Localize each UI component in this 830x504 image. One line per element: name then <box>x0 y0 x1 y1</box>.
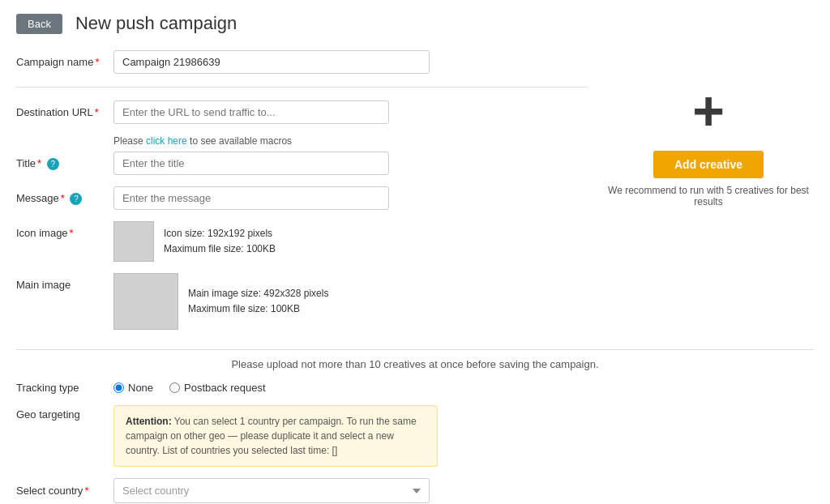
geo-alert-bold: Attention: <box>126 416 172 427</box>
required-star-icon: * <box>70 227 74 239</box>
message-row: Message* ? <box>16 186 587 210</box>
country-row: Select country* Select country <box>16 478 814 503</box>
form-section: Campaign name* Destination URL* Please c… <box>16 50 587 341</box>
destination-url-input[interactable] <box>113 100 389 124</box>
main-image-row: Main image Main image size: 492x328 pixe… <box>16 273 587 330</box>
title-label: Title* ? <box>16 152 113 170</box>
main-image-info: Main image size: 492x328 pixels Maximum … <box>188 286 328 317</box>
destination-url-label: Destination URL* <box>16 100 113 118</box>
creative-hint: We recommend to run with 5 creatives for… <box>603 185 814 207</box>
radio-group-tracking: None Postback request <box>113 382 266 394</box>
title-input[interactable] <box>113 152 389 175</box>
divider-1 <box>16 87 587 88</box>
country-select[interactable]: Select country <box>113 478 430 503</box>
header-row: Back New push campaign <box>16 13 814 34</box>
message-help-icon[interactable]: ? <box>70 193 82 205</box>
campaign-name-row: Campaign name* <box>16 50 587 74</box>
radio-postback-input[interactable] <box>169 382 180 393</box>
icon-image-info: Icon size: 192x192 pixels Maximum file s… <box>164 226 276 257</box>
main-image-label: Main image <box>16 273 113 291</box>
country-label: Select country* <box>16 485 113 497</box>
icon-upload-area[interactable]: Icon size: 192x192 pixels Maximum file s… <box>113 221 276 262</box>
campaign-name-input[interactable] <box>113 50 430 74</box>
bottom-section: Please upload not more than 10 creatives… <box>16 349 814 503</box>
tracking-row: Tracking type None Postback request <box>16 382 814 394</box>
title-row: Title* ? <box>16 152 587 175</box>
campaign-name-label: Campaign name* <box>16 50 113 68</box>
page-title: New push campaign <box>75 13 237 34</box>
radio-none-input[interactable] <box>113 382 124 393</box>
radio-postback[interactable]: Postback request <box>169 382 265 394</box>
main-upload-area[interactable]: Main image size: 492x328 pixels Maximum … <box>113 273 328 330</box>
macro-link[interactable]: click here <box>146 135 187 147</box>
icon-image-label: Icon image* <box>16 221 113 239</box>
required-star-country: * <box>84 485 88 497</box>
geo-alert: Attention: You can select 1 country per … <box>113 405 438 467</box>
required-star-title: * <box>37 157 41 169</box>
message-label: Message* ? <box>16 186 113 205</box>
geo-label: Geo targeting <box>16 405 113 421</box>
macro-hint: Please click here to see available macro… <box>113 135 587 147</box>
icon-image-placeholder <box>113 221 154 262</box>
main-content: Campaign name* Destination URL* Please c… <box>16 50 814 341</box>
main-image-placeholder <box>113 273 178 330</box>
icon-image-row: Icon image* Icon size: 192x192 pixels Ma… <box>16 221 587 262</box>
page-wrapper: Back New push campaign Campaign name* De… <box>0 0 830 504</box>
destination-url-row: Destination URL* <box>16 100 587 124</box>
title-help-icon[interactable]: ? <box>47 158 59 170</box>
message-input[interactable] <box>113 186 389 210</box>
required-star-msg: * <box>61 192 65 204</box>
upload-notice: Please upload not more than 10 creatives… <box>16 349 814 382</box>
back-button[interactable]: Back <box>16 14 62 34</box>
required-star-url: * <box>95 106 99 118</box>
radio-none[interactable]: None <box>113 382 153 394</box>
creative-section: + Add creative We recommend to run with … <box>603 50 814 341</box>
plus-icon: + <box>692 83 725 138</box>
required-star: * <box>95 56 99 68</box>
tracking-label: Tracking type <box>16 382 113 394</box>
geo-row: Geo targeting Attention: You can select … <box>16 405 814 467</box>
add-creative-button[interactable]: Add creative <box>653 151 764 178</box>
